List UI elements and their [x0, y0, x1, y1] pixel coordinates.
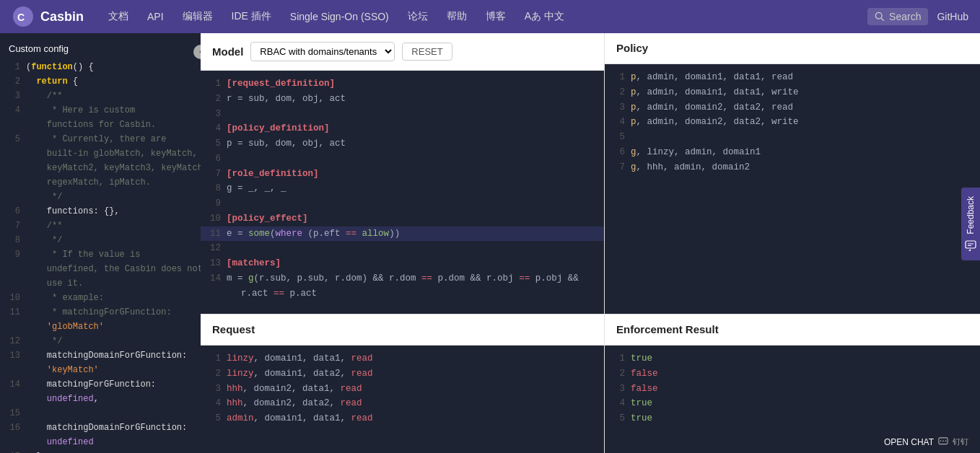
model-select[interactable]: RBAC with domains/tenants	[250, 42, 395, 61]
sidebar: Custom config 1(function() { 2 return { …	[0, 33, 201, 453]
code-line: 3	[201, 107, 604, 122]
search-label: Search	[889, 11, 921, 22]
request-line: 5admin, domain1, data1, read	[201, 411, 604, 426]
code-line: 14 matchingForGFunction:	[0, 377, 201, 392]
code-line: 'keyMatch'	[0, 363, 201, 377]
policy-line: 4p, admin, domain2, data2, write	[605, 115, 980, 130]
code-line: 13[matchers]	[201, 256, 604, 271]
open-chat-label: OPEN CHAT	[884, 437, 934, 447]
code-line: 11 e = some(where (p.eft == allow))	[201, 226, 604, 242]
enforcement-header: Enforcement Result	[605, 315, 980, 346]
enforcement-line: 3false	[605, 382, 980, 397]
code-line: 10 * example:	[0, 291, 201, 305]
right-panel: Model RBAC with domains/tenants RESET 1[…	[201, 33, 980, 453]
top-section: Model RBAC with domains/tenants RESET 1[…	[201, 33, 980, 315]
policy-line: 6g, linzy, admin, domain1	[605, 145, 980, 160]
nav-sso[interactable]: Single Sign-On (SSO)	[283, 8, 396, 25]
nav-forum[interactable]: 论坛	[401, 7, 435, 26]
code-line: undefined	[0, 435, 201, 449]
code-line: keyMatch2, keyMatch3, keyMatch4,	[0, 161, 201, 175]
code-line: functions for Casbin.	[0, 118, 201, 132]
main-container: Custom config 1(function() { 2 return { …	[0, 33, 980, 453]
request-line: 1linzy, domain1, data1, read	[201, 351, 604, 366]
code-line: 2 return {	[0, 74, 201, 89]
nav-ide[interactable]: IDE 插件	[224, 7, 279, 26]
policy-line: 1p, admin, domain1, data1, read	[605, 70, 980, 85]
request-code-editor[interactable]: 1linzy, domain1, data1, read 2linzy, dom…	[201, 346, 604, 453]
policy-code-editor[interactable]: 1p, admin, domain1, data1, read 2p, admi…	[605, 64, 980, 314]
enforcement-label: Enforcement Result	[616, 323, 719, 335]
code-line: 9 * If the value is	[0, 247, 201, 262]
sidebar-title: Custom config	[0, 39, 201, 60]
code-line: 13 matchingDomainForGFunction:	[0, 348, 201, 363]
code-line: 9	[201, 196, 604, 211]
request-line: 2linzy, domain1, data2, read	[201, 366, 604, 382]
code-line: regexMatch, ipMatch.	[0, 175, 201, 190]
request-label: Request	[212, 323, 255, 335]
model-code-editor[interactable]: 1[request_definition] 2r = sub, dom, obj…	[201, 71, 604, 314]
code-line: 2r = sub, dom, obj, act	[201, 92, 604, 107]
code-line: 16 matchingDomainForGFunction:	[0, 421, 201, 435]
nav-help[interactable]: 帮助	[439, 7, 474, 26]
code-line: 'globMatch'	[0, 320, 201, 334]
bottom-section: Request 1linzy, domain1, data1, read 2li…	[201, 315, 980, 453]
request-header: Request	[201, 315, 604, 346]
request-line: 4hhh, domain2, data2, read	[201, 396, 604, 411]
code-line: 6 functions: {},	[0, 204, 201, 219]
model-panel: Model RBAC with domains/tenants RESET 1[…	[201, 33, 605, 314]
enforcement-line: 5true	[605, 411, 980, 426]
code-line: 17 };	[0, 449, 201, 453]
feedback-button[interactable]: Feedback	[961, 188, 980, 260]
github-link[interactable]: GitHub	[937, 11, 968, 22]
logo[interactable]: C Casbin	[12, 5, 84, 28]
enforcement-line: 2false	[605, 366, 980, 382]
reset-button[interactable]: RESET	[402, 43, 452, 61]
search-box[interactable]: Search	[867, 8, 928, 25]
code-line: undefined, the Casbin does not	[0, 262, 201, 276]
svg-point-11	[945, 440, 947, 441]
code-line: 8 */	[0, 233, 201, 247]
nav-docs[interactable]: 文档	[101, 7, 136, 26]
nav-editor[interactable]: 编辑器	[175, 7, 220, 26]
code-line: 5p = sub, dom, obj, act	[201, 136, 604, 151]
policy-label: Policy	[616, 42, 648, 54]
code-line: r.act == p.act	[201, 286, 604, 302]
code-line: 1[request_definition]	[201, 76, 604, 92]
policy-line: 7g, hhh, admin, domain2	[605, 160, 980, 175]
code-line: built-in globMatch, keyMatch,	[0, 146, 201, 161]
chat-icon	[938, 437, 948, 447]
policy-header: Policy	[605, 33, 980, 64]
code-line: 7 /**	[0, 219, 201, 233]
code-line: 14 m = g(r.sub, p.sub, r.dom) && r.dom =…	[201, 271, 604, 286]
svg-point-2	[875, 12, 882, 19]
code-line: 6	[201, 151, 604, 167]
code-line: 12 */	[0, 334, 201, 348]
code-line: */	[0, 190, 201, 204]
code-line: 4[policy_definition]	[201, 121, 604, 136]
policy-line: 2p, admin, domain1, data1, write	[605, 85, 980, 100]
svg-point-10	[942, 440, 944, 441]
svg-point-9	[940, 440, 942, 441]
code-line: 10[policy_effect]	[201, 211, 604, 226]
enforcement-line: 4true	[605, 396, 980, 411]
svg-text:C: C	[17, 12, 25, 23]
model-header: Model RBAC with domains/tenants RESET	[201, 33, 604, 71]
request-line: 3hhh, domain2, data1, read	[201, 382, 604, 397]
model-label: Model	[212, 45, 243, 58]
navbar: C Casbin 文档 API 编辑器 IDE 插件 Single Sign-O…	[0, 0, 980, 33]
search-icon	[875, 12, 885, 22]
nav-lang[interactable]: Aあ 中文	[517, 7, 572, 26]
logo-text: Casbin	[40, 9, 84, 25]
svg-line-3	[881, 18, 884, 21]
feedback-label: Feedback	[966, 196, 976, 234]
svg-marker-7	[968, 249, 971, 251]
open-chat-button[interactable]: OPEN CHAT 钉钉	[872, 431, 980, 453]
code-line: 1(function() {	[0, 60, 201, 74]
nav-api[interactable]: API	[140, 8, 171, 25]
code-line: 7[role_definition]	[201, 167, 604, 182]
nav-blog[interactable]: 博客	[478, 7, 513, 26]
code-line: 11 * matchingForGFunction:	[0, 305, 201, 320]
code-line: 5 * Currently, there are	[0, 132, 201, 146]
policy-panel: Policy 1p, admin, domain1, data1, read 2…	[605, 33, 980, 314]
casbin-logo-icon: C	[12, 5, 35, 28]
